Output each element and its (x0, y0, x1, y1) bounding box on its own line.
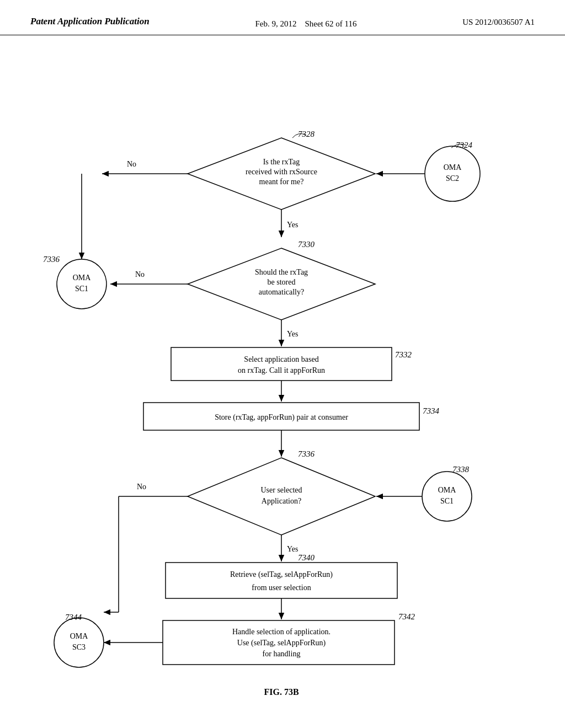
svg-text:OMA: OMA (70, 632, 89, 640)
svg-text:SC1: SC1 (75, 285, 88, 293)
svg-text:7332: 7332 (395, 350, 412, 359)
svg-text:SC2: SC2 (446, 174, 459, 183)
svg-text:SC1: SC1 (440, 497, 454, 505)
yes-label-3: Yes (287, 545, 298, 553)
svg-text:received with rxSource: received with rxSource (246, 168, 317, 176)
publication-title: Patent Application Publication (30, 15, 150, 28)
svg-text:7338: 7338 (452, 465, 470, 474)
no-label-2: No (135, 270, 145, 279)
svg-text:Should the rxTag: Should the rxTag (255, 268, 308, 276)
svg-text:7336: 7336 (43, 255, 60, 264)
svg-text:7334: 7334 (423, 406, 440, 415)
yes-label-2: Yes (287, 330, 298, 338)
svg-text:Application?: Application? (262, 497, 301, 505)
svg-text:7340: 7340 (298, 553, 315, 562)
svg-text:OMA: OMA (444, 163, 462, 172)
svg-text:Store (rxTag, appForRun) pair : Store (rxTag, appForRun) pair at consume… (215, 413, 348, 422)
svg-text:on rxTag. Call it appForRun: on rxTag. Call it appForRun (238, 366, 325, 374)
svg-text:7342: 7342 (398, 612, 415, 621)
circle-oma-sc1-left (57, 259, 106, 309)
box-7332 (171, 347, 392, 381)
svg-text:for handling: for handling (263, 650, 301, 658)
box-7340 (166, 563, 397, 598)
svg-text:Use (selTag, selAppForRun): Use (selTag, selAppForRun) (237, 639, 326, 647)
circle-oma-sc3 (54, 618, 104, 667)
svg-text:7328: 7328 (298, 130, 315, 138)
svg-text:automatically?: automatically? (259, 288, 304, 296)
svg-text:OMA: OMA (73, 274, 92, 282)
diamond-7336b (188, 458, 375, 535)
patent-number: US 2012/0036507 A1 (462, 15, 535, 27)
svg-text:Select application based: Select application based (244, 355, 318, 363)
no-label-3: No (137, 483, 146, 491)
svg-text:meant for me?: meant for me? (259, 178, 304, 186)
diagram-svg: Is the rxTag received with rxSource mean… (0, 66, 565, 700)
svg-text:7344: 7344 (65, 613, 82, 622)
svg-text:Retrieve (selTag, selAppForRun: Retrieve (selTag, selAppForRun) (230, 570, 333, 579)
svg-text:Is the rxTag: Is the rxTag (263, 158, 300, 166)
sheet-info: Sheet 62 of 116 (305, 19, 356, 28)
svg-text:SC3: SC3 (72, 643, 86, 651)
svg-text:Handle selection of applicatio: Handle selection of application. (232, 628, 331, 636)
svg-text:User selected: User selected (260, 486, 302, 494)
page: Patent Application Publication Feb. 9, 2… (0, 0, 565, 728)
yes-label-1: Yes (287, 221, 298, 229)
svg-text:OMA: OMA (438, 486, 457, 494)
figure-caption: FIG. 73B (264, 687, 299, 697)
flowchart-area: Is the rxTag received with rxSource mean… (0, 66, 565, 695)
circle-oma-sc1-right (422, 472, 472, 521)
page-header: Patent Application Publication Feb. 9, 2… (0, 0, 565, 35)
svg-text:be stored: be stored (268, 278, 296, 286)
svg-text:from user selection: from user selection (252, 584, 311, 592)
svg-text:7324: 7324 (456, 141, 473, 149)
publication-date: Feb. 9, 2012 (255, 19, 296, 28)
svg-text:7330: 7330 (298, 240, 315, 249)
circle-oma-sc2 (425, 146, 480, 201)
svg-text:7336: 7336 (298, 449, 315, 458)
no-label-1: No (127, 160, 136, 168)
header-center: Feb. 9, 2012 Sheet 62 of 116 (255, 15, 356, 30)
